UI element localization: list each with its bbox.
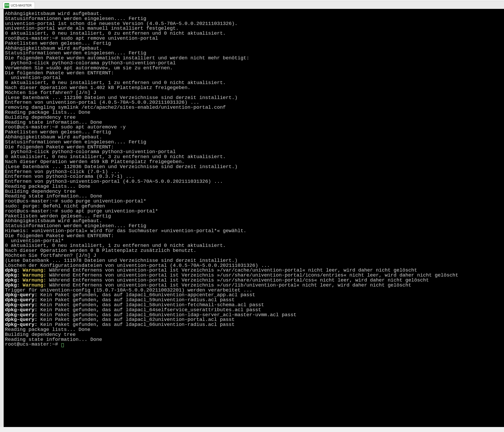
cursor bbox=[61, 343, 64, 347]
terminal-line: Reading package lists... Done bbox=[5, 184, 503, 189]
terminal[interactable]: Abhängigkeitsbaum wird aufgebaut.Statusi… bbox=[4, 9, 504, 427]
terminal-line: Abhängigkeitsbaum wird aufgebaut. bbox=[5, 11, 503, 16]
terminal-line: Paketlisten werden gelesen... Fertig bbox=[5, 41, 503, 46]
ssh-icon: SSH bbox=[4, 3, 9, 8]
terminal-line: (Lese Datenbank ... 111978 Dateien und V… bbox=[5, 258, 503, 263]
terminal-line: Nach dieser Operation werden 1.402 kB Pl… bbox=[5, 85, 503, 90]
terminal-line: Die folgenden Pakete werden ENTFERNT: bbox=[5, 71, 503, 76]
terminal-line: Abhängigkeitsbaum wird aufgebaut. bbox=[5, 135, 503, 140]
terminal-line: Verwenden Sie »sudo apt autoremove«, um … bbox=[5, 66, 503, 71]
terminal-line: python3-click python3-colorama python3-u… bbox=[5, 61, 503, 66]
terminal-wrapper: Abhängigkeitsbaum wird aufgebaut.Statusi… bbox=[0, 9, 504, 427]
terminal-line: Statusinformationen werden eingelesen...… bbox=[5, 140, 503, 145]
terminal-line: Möchten Sie fortfahren? [J/n] J bbox=[5, 90, 503, 95]
terminal-line: (Lese Datenbank ... 112036 Dateien und V… bbox=[5, 164, 503, 169]
terminal-line: dpkg: Warnung: Während Entfernens von un… bbox=[5, 283, 503, 288]
terminal-container: Abhängigkeitsbaum wird aufgebaut.Statusi… bbox=[4, 9, 504, 427]
tab-ucs-master[interactable]: SSH UCS-MASTER bbox=[3, 2, 35, 9]
terminal-line: Statusinformationen werden eingelesen...… bbox=[5, 16, 503, 21]
terminal-line: Reading package lists... Done bbox=[5, 110, 503, 115]
terminal-line: root@ucs-master:~# sudo apt purge univen… bbox=[5, 209, 503, 214]
terminal-line: root@ucs-master:~# sudo apt remove unive… bbox=[5, 36, 503, 41]
terminal-line: Building dependency tree bbox=[5, 332, 503, 337]
terminal-line: Nach dieser Operation werden 459 kB Plat… bbox=[5, 159, 503, 164]
terminal-line: Reading state information... Done bbox=[5, 337, 503, 342]
tab-label: UCS-MASTER bbox=[11, 4, 32, 7]
left-gutter bbox=[0, 9, 4, 427]
terminal-line: Building dependency tree bbox=[5, 115, 503, 120]
terminal-line: root@ucs-master:~# bbox=[5, 342, 503, 347]
tab-strip: SSH UCS-MASTER bbox=[0, 1, 504, 9]
prompt: root@ucs-master:~# bbox=[5, 341, 61, 347]
terminal-line: Die folgenden Pakete werden ENTFERNT: bbox=[5, 233, 503, 238]
terminal-line: Reading package lists... Done bbox=[5, 327, 503, 332]
